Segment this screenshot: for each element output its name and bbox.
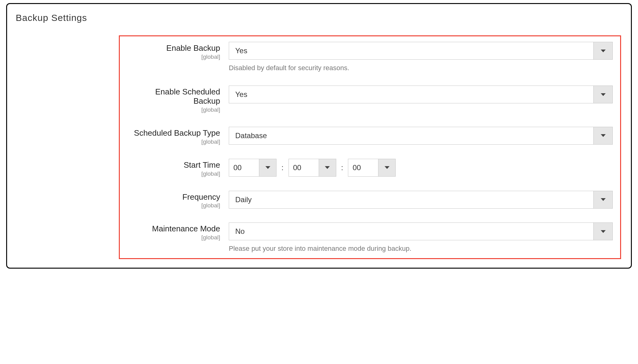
chevron-down-icon [385, 166, 390, 169]
scope-label: [global] [127, 170, 220, 177]
label-text: Scheduled Backup Type [127, 129, 220, 138]
dropdown-button[interactable] [593, 86, 612, 103]
dropdown-button[interactable] [593, 42, 612, 59]
select-value: 00 [229, 159, 259, 176]
dropdown-button[interactable] [319, 159, 336, 176]
label-maintenance-mode: Maintenance Mode [global] [127, 222, 229, 241]
select-value: Yes [229, 86, 593, 103]
chevron-down-icon [601, 230, 606, 233]
control-enable-scheduled: Yes [229, 86, 613, 103]
time-separator: : [280, 163, 285, 172]
field-enable-backup: Enable Backup [global] Yes Disabled by d… [127, 42, 613, 72]
label-backup-type: Scheduled Backup Type [global] [127, 127, 229, 145]
maintenance-mode-note: Please put your store into maintenance m… [229, 245, 613, 253]
control-start-time: 00 : 00 : 00 [229, 159, 613, 177]
label-text: Frequency [127, 193, 220, 202]
select-value: Yes [229, 42, 593, 59]
control-enable-backup: Yes Disabled by default for security rea… [229, 42, 613, 72]
select-value: No [229, 223, 593, 240]
select-value: Daily [229, 191, 593, 208]
dropdown-button[interactable] [593, 223, 612, 240]
field-enable-scheduled: Enable Scheduled Backup [global] Yes [127, 86, 613, 113]
dropdown-button[interactable] [593, 127, 612, 144]
time-separator: : [340, 163, 345, 172]
chevron-down-icon [601, 50, 606, 52]
start-time-seconds-select[interactable]: 00 [348, 159, 396, 177]
start-time-group: 00 : 00 : 00 [229, 159, 613, 177]
label-text: Enable Scheduled Backup [127, 87, 220, 106]
enable-backup-note: Disabled by default for security reasons… [229, 64, 613, 72]
field-frequency: Frequency [global] Daily [127, 191, 613, 209]
control-frequency: Daily [229, 191, 613, 209]
select-value: 00 [289, 159, 319, 176]
label-text: Enable Backup [127, 44, 220, 53]
maintenance-mode-select[interactable]: No [229, 222, 613, 240]
scope-label: [global] [127, 138, 220, 145]
enable-backup-select[interactable]: Yes [229, 42, 613, 60]
scope-label: [global] [127, 106, 220, 113]
start-time-hours-select[interactable]: 00 [229, 159, 277, 177]
chevron-down-icon [265, 166, 270, 169]
scope-label: [global] [127, 54, 220, 60]
field-backup-type: Scheduled Backup Type [global] Database [127, 127, 613, 145]
control-maintenance-mode: No Please put your store into maintenanc… [229, 222, 613, 253]
chevron-down-icon [601, 134, 606, 137]
select-value: 00 [348, 159, 378, 176]
backup-type-select[interactable]: Database [229, 127, 613, 145]
dropdown-button[interactable] [259, 159, 276, 176]
label-text: Start Time [127, 161, 220, 170]
fields-container: Enable Backup [global] Yes Disabled by d… [119, 35, 621, 259]
label-enable-backup: Enable Backup [global] [127, 42, 229, 60]
section-title: Backup Settings [16, 13, 624, 23]
frequency-select[interactable]: Daily [229, 191, 613, 209]
label-text: Maintenance Mode [127, 224, 220, 234]
select-value: Database [229, 127, 593, 144]
dropdown-button[interactable] [378, 159, 395, 176]
label-frequency: Frequency [global] [127, 191, 229, 209]
field-start-time: Start Time [global] 00 : 00 : 00 [127, 159, 613, 177]
dropdown-button[interactable] [593, 191, 612, 208]
control-backup-type: Database [229, 127, 613, 145]
scope-label: [global] [127, 234, 220, 241]
chevron-down-icon [601, 93, 606, 96]
field-maintenance-mode: Maintenance Mode [global] No Please put … [127, 222, 613, 253]
backup-settings-panel: Backup Settings Enable Backup [global] Y… [6, 3, 632, 269]
start-time-minutes-select[interactable]: 00 [289, 159, 336, 177]
scope-label: [global] [127, 202, 220, 209]
chevron-down-icon [325, 166, 330, 169]
chevron-down-icon [601, 198, 606, 201]
enable-scheduled-select[interactable]: Yes [229, 86, 613, 103]
label-enable-scheduled: Enable Scheduled Backup [global] [127, 86, 229, 113]
label-start-time: Start Time [global] [127, 159, 229, 177]
